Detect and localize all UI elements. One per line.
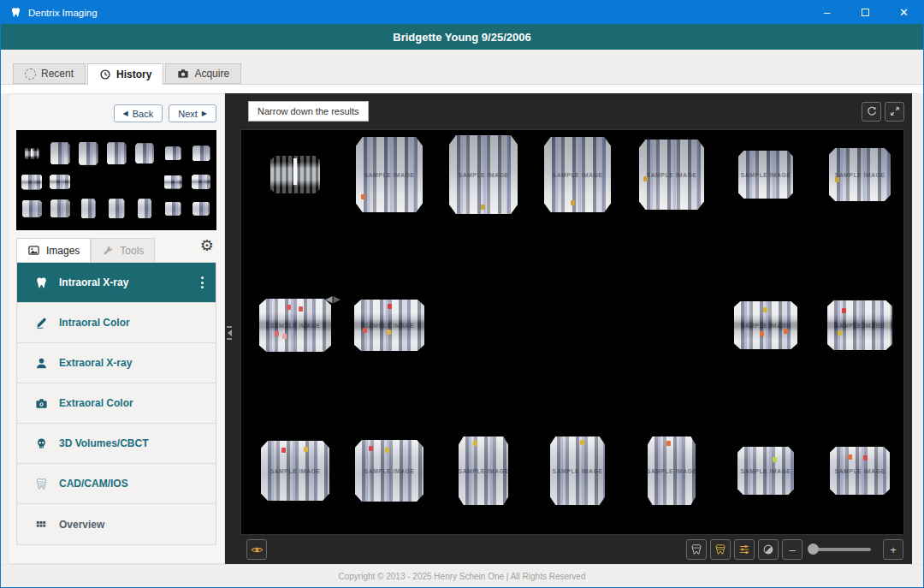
xray-thumbnail-upper[interactable]: SAMPLE IMAGE bbox=[639, 140, 704, 210]
overview-cell bbox=[103, 142, 131, 165]
finding-marker bbox=[387, 330, 391, 335]
finding-marker bbox=[784, 329, 788, 334]
xray-thumbnail-upper bbox=[135, 143, 154, 163]
xray-thumbnail-bitewing[interactable]: SAMPLE IMAGE bbox=[827, 300, 892, 350]
filter-settings-button[interactable] bbox=[734, 539, 755, 560]
refresh-button[interactable] bbox=[862, 102, 881, 122]
overview-row bbox=[16, 142, 216, 165]
overview-cell bbox=[131, 142, 159, 165]
kebab-menu-icon[interactable] bbox=[199, 275, 205, 290]
grid-cell: SAMPLE IMAGE bbox=[436, 437, 530, 505]
finding-marker bbox=[361, 194, 365, 199]
tooth-outline-icon bbox=[690, 543, 702, 555]
patient-banner: Bridgette Young 9/25/2006 bbox=[1, 24, 923, 50]
xray-thumbnail-lower bbox=[109, 199, 125, 218]
sample-image-watermark: SAMPLE IMAGE bbox=[648, 468, 696, 474]
zoom-slider[interactable] bbox=[809, 548, 871, 551]
grid-cell: SAMPLE IMAGE bbox=[625, 140, 719, 210]
sample-image-watermark: SAMPLE IMAGE bbox=[459, 172, 509, 178]
grid-cell: SAMPLE IMAGE bbox=[436, 135, 530, 214]
grid-cell: SAMPLE IMAGE bbox=[813, 447, 904, 495]
zoom-slider-knob[interactable] bbox=[808, 543, 819, 555]
finding-marker bbox=[643, 176, 648, 181]
xray-grid-row: SAMPLE IMAGESAMPLE IMAGESAMPLE IMAGESAMP… bbox=[248, 291, 904, 359]
grid-cell: SAMPLE IMAGE bbox=[248, 441, 342, 501]
close-button[interactable]: ✕ bbox=[885, 1, 923, 24]
grid-cell: SAMPLE IMAGE bbox=[719, 447, 813, 495]
xray-thumbnail-bitewing[interactable]: SAMPLE IMAGE bbox=[354, 300, 424, 351]
xray-thumbnail-upper[interactable]: SAMPLE IMAGE bbox=[544, 137, 611, 212]
tab-images[interactable]: Images bbox=[16, 238, 91, 262]
xray-thumbnail-upper[interactable]: SAMPLE IMAGE bbox=[449, 135, 518, 214]
finding-marker bbox=[760, 331, 764, 336]
panel-collapse-handle[interactable] bbox=[226, 320, 233, 346]
grid-cell: SAMPLE IMAGE bbox=[530, 137, 625, 212]
tooth-filter-button[interactable] bbox=[686, 539, 707, 560]
zoom-out-button[interactable]: – bbox=[782, 539, 803, 560]
tab-tools[interactable]: Tools bbox=[91, 238, 155, 262]
sample-image-watermark: SAMPLE IMAGE bbox=[835, 323, 886, 329]
overview-cell bbox=[46, 142, 74, 165]
maximize-button[interactable] bbox=[846, 1, 885, 24]
sidebar-item-overview[interactable]: Overview bbox=[17, 504, 216, 544]
finding-marker bbox=[287, 305, 291, 310]
finding-marker bbox=[473, 441, 477, 446]
xray-thumbnail-lower bbox=[165, 202, 181, 216]
xray-thumbnail-lower[interactable]: SAMPLE IMAGE bbox=[830, 447, 890, 495]
xray-thumbnail-pano bbox=[25, 148, 39, 159]
tab-recent[interactable]: Recent bbox=[13, 63, 86, 84]
narrow-results-button[interactable]: Narrow down the results bbox=[248, 101, 369, 122]
sidebar-item-cad-cam-ios[interactable]: CAD/CAM/IOS bbox=[17, 464, 216, 504]
sidebar-item-intraoral-xray[interactable]: Intraoral X-ray bbox=[17, 263, 216, 303]
skull-icon bbox=[33, 437, 49, 450]
category-label: Intraoral Color bbox=[59, 317, 205, 329]
tooth-icon bbox=[33, 276, 49, 289]
next-button[interactable]: Next ▶ bbox=[169, 104, 216, 122]
app-window: Dentrix Imaging – ✕ Bridgette Young 9/25… bbox=[0, 0, 924, 588]
xray-thumbnail-bitewing[interactable]: SAMPLE IMAGE bbox=[259, 299, 331, 352]
finding-marker bbox=[842, 308, 846, 313]
xray-thumbnail-bitewing bbox=[164, 175, 182, 189]
fullscreen-button[interactable] bbox=[885, 102, 904, 122]
xray-thumbnail-lower[interactable]: SAMPLE IMAGE bbox=[459, 437, 508, 505]
finding-marker bbox=[571, 200, 575, 205]
sample-image-watermark: SAMPLE IMAGE bbox=[741, 172, 791, 178]
xray-thumbnail-lower[interactable]: SAMPLE IMAGE bbox=[355, 440, 424, 502]
sample-image-watermark: SAMPLE IMAGE bbox=[364, 323, 415, 329]
finding-marker bbox=[282, 334, 287, 339]
xray-thumbnail-lower[interactable]: SAMPLE IMAGE bbox=[737, 447, 794, 495]
tab-label: History bbox=[116, 68, 151, 80]
sidebar-item-extraoral-color[interactable]: Extraoral Color bbox=[17, 383, 216, 424]
images-icon bbox=[27, 244, 40, 257]
finding-marker bbox=[580, 440, 584, 445]
finding-marker bbox=[763, 307, 767, 312]
recent-sync-icon bbox=[25, 68, 36, 80]
sidebar-item-3d-volumes-cbct[interactable]: 3D Volumes/CBCT bbox=[17, 424, 216, 464]
sidebar-item-extraoral-xray[interactable]: Extraoral X-ray bbox=[17, 343, 216, 383]
overview-cell bbox=[46, 175, 74, 190]
tab-acquire[interactable]: Acquire bbox=[165, 63, 241, 84]
minimize-button[interactable]: – bbox=[808, 1, 846, 24]
visibility-toggle-button[interactable] bbox=[246, 539, 267, 560]
viewer-toolbar-top: Narrow down the results bbox=[225, 93, 912, 129]
overview-cell bbox=[159, 175, 187, 190]
refresh-icon bbox=[866, 105, 878, 117]
tab-history[interactable]: History bbox=[87, 63, 163, 85]
gear-icon[interactable]: ⚙ bbox=[200, 238, 214, 253]
xray-thumbnail-bitewing[interactable]: SAMPLE IMAGE bbox=[734, 301, 797, 349]
contrast-button[interactable] bbox=[758, 539, 779, 560]
maximize-icon bbox=[862, 9, 869, 16]
zoom-in-button[interactable]: + bbox=[883, 539, 903, 560]
xray-thumbnail-lower[interactable]: SAMPLE IMAGE bbox=[261, 441, 329, 501]
xray-thumbnail-upper[interactable]: SAMPLE IMAGE bbox=[356, 137, 423, 212]
series-overview-thumbnail[interactable] bbox=[16, 130, 216, 230]
crowned-tooth-filter-button[interactable] bbox=[710, 539, 731, 560]
xray-thumbnail-upper[interactable]: SAMPLE IMAGE bbox=[829, 148, 891, 201]
xray-thumbnail-upper[interactable]: SAMPLE IMAGE bbox=[738, 151, 793, 199]
xray-thumbnail-lower[interactable]: SAMPLE IMAGE bbox=[648, 437, 696, 505]
xray-thumbnail-lower bbox=[192, 202, 210, 216]
xray-thumbnail-lower[interactable]: SAMPLE IMAGE bbox=[550, 437, 605, 505]
back-button[interactable]: ◀ Back bbox=[114, 104, 163, 122]
xray-thumbnail-pano[interactable] bbox=[270, 156, 320, 193]
sidebar-item-intraoral-color[interactable]: Intraoral Color bbox=[17, 303, 216, 343]
